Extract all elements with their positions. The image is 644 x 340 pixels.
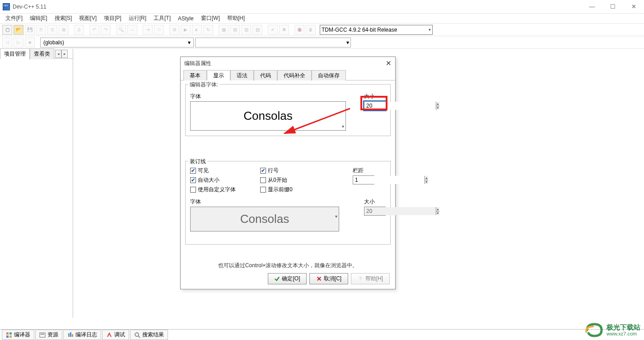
menu-view[interactable]: 视图[V] [75,14,100,23]
editor-font-size-input[interactable] [364,102,436,110]
tab-project-manager[interactable]: 项目管理 [0,48,30,59]
tab-view-class[interactable]: 查看类 [30,48,54,59]
menu-file[interactable]: 文件[F] [2,14,26,23]
check-from-zero-label: 从0开始 [268,176,287,184]
window-title: Dev-C++ 5.11 [13,4,582,10]
editor-font-select[interactable]: Consolas ▾ [190,101,346,131]
tab-compile-log[interactable]: 编译日志 [63,330,101,340]
trash-icon[interactable]: 🗑 [306,25,316,35]
gutter-size-spinner: ▲▼ [364,207,386,216]
members-select[interactable]: ▾ [195,38,351,47]
replace-icon[interactable]: ↔ [127,25,137,35]
spin-up-icon[interactable]: ▲ [425,176,428,180]
size-up-icon[interactable]: ▲ [436,102,439,106]
check-auto-size[interactable]: ✔自动大小 [190,176,260,184]
menu-help[interactable]: 帮助[H] [224,14,248,23]
close-button[interactable]: ✕ [623,0,644,13]
menu-edit[interactable]: 编辑[E] [26,14,51,23]
check-custom-font[interactable]: 使用自定义字体 [190,186,260,194]
help-button[interactable]: ? 帮助[H] [351,273,390,284]
run-icon[interactable]: ▶ [181,25,191,35]
compile-log-tab-icon [67,332,74,338]
tab-basic[interactable]: 基本 [183,70,207,80]
find-icon[interactable]: 🔍 [116,25,126,35]
debug-icon[interactable]: 🐞 [294,25,304,35]
gutter-margin-input[interactable] [353,176,425,184]
tab-debug[interactable]: 调试 [102,330,129,340]
grid1-icon[interactable]: ▦ [219,25,229,35]
cancel-icon[interactable]: ✖ [279,25,289,35]
size-down-icon[interactable]: ▼ [436,106,439,110]
nav-back-icon[interactable]: ◁ [2,38,12,47]
compiler-tab-icon [6,332,12,338]
compiler-select[interactable]: TDM-GCC 4.9.2 64-bit Release ▾ [320,25,433,35]
tab-compiler[interactable]: 编译器 [2,330,34,340]
gutter-group: 装订线 ✔可见 ✔自动大小 使用自定义字体 ✔行号 从0开始 显示前缀0 栏距 … [185,161,391,245]
debug-tab-icon [106,332,112,338]
cancel-button[interactable]: 取消[C] [309,273,348,284]
tab-resources[interactable]: 资源 [35,330,62,340]
tab-code-completion[interactable]: 代码补全 [277,70,312,80]
save-all-icon[interactable]: ⎘ [36,25,46,35]
undo-icon[interactable]: ↶ [89,25,99,35]
open-file-icon[interactable]: 📂 [14,25,23,35]
check-icon[interactable]: ✔ [268,25,278,35]
tab-scroll-left-icon[interactable]: ◂ [55,50,61,58]
grid2-icon[interactable]: ▤ [230,25,240,35]
new-file-icon[interactable]: ▢ [2,25,12,35]
save-as-icon[interactable]: ⎗ [47,25,57,35]
tab-syntax[interactable]: 语法 [230,70,254,80]
globals-select[interactable]: (globals) ▾ [40,38,194,47]
editor-properties-dialog: 编辑器属性 ✕ 基本 显示 语法 代码 代码补全 自动保存 编辑器字体: 字体 … [180,57,396,289]
compile-run-icon[interactable]: ⏵ [192,25,202,35]
chevron-down-icon: ▾ [429,27,431,32]
menu-bar: 文件[F] 编辑[E] 搜索[S] 视图[V] 项目[P] 运行[R] 工具[T… [0,14,644,24]
check-from-zero[interactable]: 从0开始 [260,176,330,184]
toolbar-row-1: ▢ 📂 💾 ⎘ ⎗ ⊠ ⎙ ↶ ↷ 🔍 ↔ ⇥ ☆ ⚙ ▶ ⏵ ↻ ▦ ▤ ▥ … [0,24,644,36]
grid4-icon[interactable]: ▧ [252,25,262,35]
gutter-size-input [364,207,436,215]
ok-button[interactable]: 确定[O] [268,273,307,284]
gutter-font-select: Consolas ▾ [190,207,339,231]
menu-search[interactable]: 搜索[S] [51,14,76,23]
svg-rect-2 [6,335,9,338]
compile-icon[interactable]: ⚙ [169,25,179,35]
tab-code[interactable]: 代码 [254,70,277,80]
grid3-icon[interactable]: ▥ [241,25,251,35]
checkbox-checked-icon: ✔ [190,177,196,183]
check-line-number[interactable]: ✔行号 [260,167,330,175]
maximize-button[interactable]: ☐ [602,0,623,13]
tab-display[interactable]: 显示 [207,70,230,80]
redo-icon[interactable]: ↷ [101,25,111,35]
nav-fwd-icon[interactable]: ▷ [14,38,23,47]
nav-stop-icon[interactable]: ■ [25,38,35,47]
goto-icon[interactable]: ⇥ [143,25,153,35]
tab-search-results[interactable]: 搜索结果 [130,330,168,340]
check-leading-zero[interactable]: 显示前缀0 [260,186,330,194]
cross-icon [316,276,322,282]
checkbox-unchecked-icon [260,177,266,183]
tab-scroll-right-icon[interactable]: ▸ [61,50,68,58]
globals-select-value: (globals) [43,39,64,46]
menu-window[interactable]: 窗口[W] [197,14,224,23]
tab-compile-log-label: 编译日志 [75,331,97,339]
print-icon[interactable]: ⎙ [74,25,84,35]
editor-font-value: Consolas [243,109,292,123]
save-icon[interactable]: 💾 [25,25,35,35]
check-visible[interactable]: ✔可见 [190,167,260,175]
spin-down-icon[interactable]: ▼ [425,180,428,184]
cancel-button-label: 取消[C] [324,275,341,283]
menu-project[interactable]: 项目[P] [100,14,125,23]
bookmark-icon[interactable]: ☆ [154,25,164,35]
menu-astyle[interactable]: AStyle [174,14,197,23]
menu-tools[interactable]: 工具[T] [150,14,174,23]
rebuild-icon[interactable]: ↻ [203,25,213,35]
minimize-button[interactable]: — [582,0,602,13]
dialog-close-button[interactable]: ✕ [386,59,392,67]
tab-auto-save[interactable]: 自动保存 [312,70,346,80]
menu-run[interactable]: 运行[R] [125,14,150,23]
close-file-icon[interactable]: ⊠ [59,25,69,35]
editor-font-size-spinner[interactable]: ▲ ▼ [364,101,386,110]
gutter-margin-spinner[interactable]: ▲▼ [353,175,374,184]
app-icon [3,3,10,10]
